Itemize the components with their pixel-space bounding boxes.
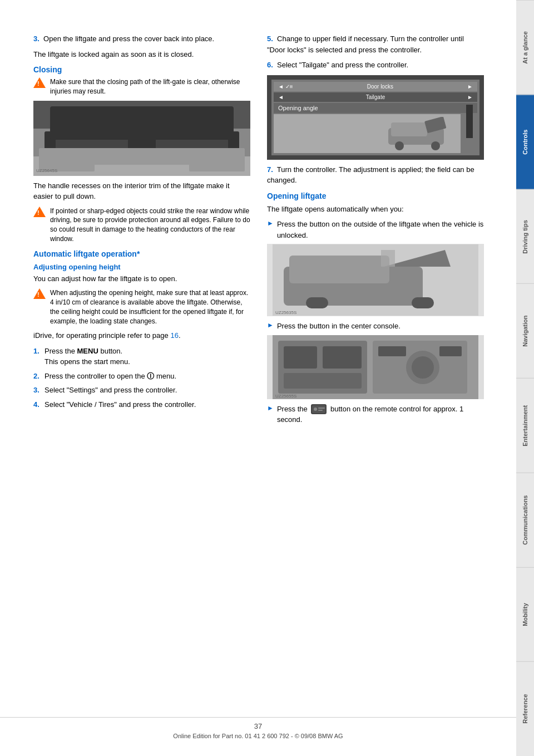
svg-point-34 <box>314 408 317 411</box>
svg-rect-24 <box>323 346 362 369</box>
sidebar-tab-entertainment[interactable]: Entertainment <box>516 378 534 473</box>
svg-rect-4 <box>156 133 228 152</box>
page-number: 37 <box>0 722 516 730</box>
warning-triangle-icon <box>33 77 46 90</box>
closing-heading: Closing <box>33 65 250 74</box>
sidebar-tab-reference[interactable]: Reference <box>516 661 534 756</box>
warning-triangle-icon-3 <box>33 288 46 301</box>
svg-rect-30 <box>439 346 462 356</box>
svg-rect-35 <box>318 408 325 409</box>
step-6-text: Select "Tailgate" and press the controll… <box>277 61 408 69</box>
door-locks-display: ◄ ✓≡ Door locks ► ◄ Tailgate ► Opening a… <box>267 75 484 160</box>
warning-triangle-icon-2 <box>33 207 46 219</box>
svg-rect-29 <box>378 346 406 356</box>
footer-text: Online Edition for Part no. 01 41 2 600 … <box>173 733 343 739</box>
svg-rect-25 <box>284 373 362 389</box>
sidebar-tab-controls[interactable]: Controls <box>516 95 534 189</box>
svg-rect-1 <box>33 101 250 129</box>
interior-note: The handle recesses on the interior trim… <box>33 180 250 202</box>
step-1: 1. Press the MENU button.This opens the … <box>33 346 250 367</box>
right-column: 5. Change to upper field if necessary. T… <box>267 33 484 723</box>
step-6-num: 6. <box>267 61 273 69</box>
opening-heading: Opening liftgate <box>267 192 484 200</box>
idrive-ref-text: iDrive, for operating principle refer to… <box>33 330 250 341</box>
svg-rect-0 <box>33 101 250 176</box>
opening-intro: The liftgate opens automatically when yo… <box>267 204 484 215</box>
step-3b: 3. Select "Settings" and press the contr… <box>33 385 250 396</box>
closing-warning-text: Make sure that the closing path of the l… <box>50 77 250 96</box>
bullet-3-text: Press the button on the remote control f… <box>277 404 484 425</box>
svg-rect-16 <box>289 256 389 283</box>
step-3-num: 3. <box>33 35 39 43</box>
step-7-text: Turn the controller. The adjustment is a… <box>267 165 474 185</box>
step-5-num: 5. <box>267 35 273 43</box>
bullet-1-text: Press the button on the outside of the l… <box>277 219 484 240</box>
svg-point-28 <box>412 356 434 379</box>
step-7-num: 7. <box>267 165 273 174</box>
svg-text:UZ25655S: UZ25655S <box>275 394 296 399</box>
svg-rect-10 <box>391 122 427 136</box>
display-line-tailgate: ◄ Tailgate ► <box>274 92 477 102</box>
sidebar-tab-navigation[interactable]: Navigation <box>516 283 534 378</box>
center-console-image: UZ25655S <box>267 335 484 399</box>
display-angle-line: Opening angle <box>274 103 477 113</box>
svg-point-11 <box>395 141 404 150</box>
closing-warning-box: Make sure that the closing path of the l… <box>33 77 250 96</box>
sidebar-tab-at-a-glance[interactable]: At a glance <box>516 0 534 95</box>
step-6-item: 6. Select "Tailgate" and press the contr… <box>267 60 484 71</box>
page-footer: 37 Online Edition for Part no. 01 41 2 6… <box>0 717 516 739</box>
step-4: 4. Select "Vehicle / Tires" and press th… <box>33 399 250 410</box>
svg-marker-19 <box>381 250 395 267</box>
adjusting-warning-box: When adjusting the opening height, make … <box>33 288 250 326</box>
step-7-item: 7. Turn the controller. The adjustment i… <box>267 164 484 186</box>
svg-rect-3 <box>56 133 128 152</box>
display-line-doorlocks: ◄ ✓≡ Door locks ► <box>274 82 477 91</box>
svg-text:UZ25645S: UZ25645S <box>36 168 57 173</box>
sharp-warning-text: If pointed or sharp-edged objects could … <box>50 207 250 244</box>
sidebar-tab-driving-tips[interactable]: Driving tips <box>516 189 534 284</box>
svg-rect-7 <box>189 159 245 171</box>
bullet-arrow-1: ► <box>267 219 274 227</box>
adjusting-heading: Adjusting opening height <box>33 263 250 271</box>
adjusting-intro: You can adjust how far the liftgate is t… <box>33 273 250 284</box>
bullet-arrow-3: ► <box>267 404 274 412</box>
page-container: 3. Open the liftgate and press the cover… <box>0 0 534 756</box>
liftgate-interior-image: UZ25645S <box>33 101 250 176</box>
sidebar: At a glance Controls Driving tips Naviga… <box>516 0 534 756</box>
svg-rect-17 <box>306 297 328 308</box>
step-5-text: Change to upper field if necessary. Turn… <box>267 35 464 54</box>
svg-rect-18 <box>412 297 434 308</box>
bullet-2: ► Press the button in the center console… <box>267 321 484 332</box>
step-3-note: The liftgate is locked again as soon as … <box>33 49 250 60</box>
svg-point-12 <box>431 141 440 150</box>
svg-rect-36 <box>318 410 323 411</box>
liftgate-open-image: UZ25635S <box>267 244 484 316</box>
display-screen-inner: ◄ ✓≡ Door locks ► ◄ Tailgate ► Opening a… <box>271 80 479 155</box>
adjusting-warning-text: When adjusting the opening height, make … <box>50 288 250 326</box>
bullet-arrow-2: ► <box>267 321 274 329</box>
auto-heading: Automatic liftgate operation* <box>33 249 250 258</box>
left-column: 3. Open the liftgate and press the cover… <box>33 33 250 723</box>
step-3-text: Open the liftgate and press the cover ba… <box>43 35 214 43</box>
svg-rect-23 <box>284 346 317 369</box>
bullet-1: ► Press the button on the outside of the… <box>267 219 484 240</box>
sidebar-tab-mobility[interactable]: Mobility <box>516 567 534 662</box>
sidebar-tab-communications[interactable]: Communications <box>516 473 534 567</box>
bullet-2-text: Press the button in the center console. <box>277 321 400 332</box>
steps-list: 1. Press the MENU button.This opens the … <box>33 346 250 410</box>
step-5-item: 5. Change to upper field if necessary. T… <box>267 33 484 55</box>
bullet-3: ► Press the button on the remote control… <box>267 404 484 425</box>
main-content: 3. Open the liftgate and press the cover… <box>0 0 516 756</box>
step-2: 2. Press the controller to open the Ⓘ me… <box>33 371 250 382</box>
svg-text:UZ25635S: UZ25635S <box>275 310 296 315</box>
step-3-item: 3. Open the liftgate and press the cover… <box>33 33 250 45</box>
sharp-warning-box: If pointed or sharp-edged objects could … <box>33 207 250 244</box>
